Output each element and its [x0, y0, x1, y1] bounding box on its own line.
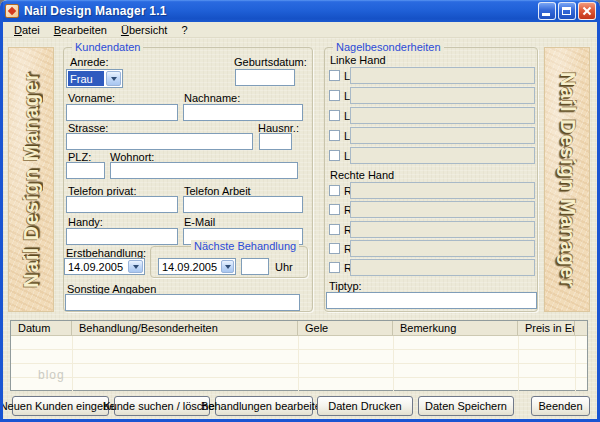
rechte-hand-label: Rechte Hand [330, 169, 394, 181]
anrede-label: Anrede: [70, 56, 109, 68]
maximize-button[interactable] [558, 2, 576, 20]
column-header-behandlung[interactable]: Behandlung/Besonderheiten [72, 321, 298, 335]
checkbox-l4[interactable] [329, 130, 340, 141]
geburtsdatum-label: Geburtsdatum: [234, 56, 307, 68]
l5-input[interactable] [350, 147, 535, 164]
checkbox-l1[interactable] [329, 70, 340, 81]
erstbehandlung-dropdown-arrow-icon[interactable] [128, 260, 143, 273]
neuen-kunden-eingeben-button[interactable]: Neuen Kunden eingeben [12, 396, 109, 416]
tiptyp-label: Tiptyp: [329, 280, 362, 292]
daten-speichern-button[interactable]: Daten Speichern [418, 396, 514, 416]
table-column-divider [298, 336, 299, 391]
naechste-behandlung-title: Nächste Behandlung [191, 240, 299, 252]
table-row-divider [11, 377, 587, 378]
kunde-suchen-loeschen-button[interactable]: Kunde suchen / löschen [114, 396, 210, 416]
l4-input[interactable] [350, 127, 535, 144]
r3-input[interactable] [350, 221, 535, 238]
email-label: E-Mail [184, 216, 215, 228]
group-kundendaten-title: Kundendaten [72, 41, 143, 53]
title-bar[interactable]: Nail Design Manager 1.1 [0, 0, 600, 22]
column-header-gele[interactable]: Gele [298, 321, 393, 335]
close-button[interactable] [578, 2, 596, 20]
minimize-button[interactable] [538, 2, 556, 20]
beenden-button[interactable]: Beenden [531, 396, 590, 416]
checkbox-r5[interactable] [329, 262, 340, 273]
app-window: Nail Design Manager 1.1 Datei Bearbeiten… [0, 0, 600, 422]
menu-bar: Datei Bearbeiten Übersicht ? [3, 22, 597, 38]
r2-input[interactable] [350, 201, 535, 218]
maximize-icon [562, 7, 571, 15]
telefon-privat-input[interactable] [66, 196, 178, 213]
behandlungen-bearbeiten-button[interactable]: Behandlungen bearbeiten [215, 396, 313, 416]
r5-input[interactable] [350, 259, 535, 276]
checkbox-r1[interactable] [329, 185, 340, 196]
erstbehandlung-value: 14.09.2005 [65, 259, 127, 274]
wohnort-input[interactable] [110, 162, 298, 179]
nachname-input[interactable] [183, 104, 303, 121]
linke-hand-label: Linke Hand [330, 54, 386, 66]
naechste-behandlung-dropdown-arrow-icon[interactable] [221, 260, 234, 273]
checkbox-r3[interactable] [329, 224, 340, 235]
uhrzeit-input[interactable] [241, 258, 269, 275]
menu-help[interactable]: ? [174, 23, 194, 37]
daten-drucken-button[interactable]: Daten Drucken [317, 396, 413, 416]
minimize-icon [542, 13, 550, 16]
l3-input[interactable] [350, 107, 535, 124]
checkbox-l5[interactable] [329, 150, 340, 161]
sonstige-angaben-input[interactable] [65, 294, 300, 311]
column-header-spacer [575, 321, 587, 335]
column-header-datum[interactable]: Datum [11, 321, 72, 335]
naechste-behandlung-datepicker[interactable]: 14.09.2005 [158, 258, 236, 275]
checkbox-l3[interactable] [329, 110, 340, 121]
table-row-divider [11, 349, 587, 350]
column-header-preis[interactable]: Preis in Euro [518, 321, 575, 335]
telefon-arbeit-input[interactable] [183, 196, 303, 213]
erstbehandlung-datepicker[interactable]: 14.09.2005 [64, 258, 145, 275]
treatments-table-header: Datum Behandlung/Besonderheiten Gele Bem… [11, 321, 587, 336]
anrede-selected-value: Frau [68, 71, 104, 86]
table-row-divider [11, 363, 587, 364]
watermark-text: blog [38, 368, 65, 382]
table-column-divider [575, 336, 576, 391]
banner-left-text: Nail Design Manager [20, 72, 43, 288]
plz-input[interactable] [66, 162, 105, 179]
column-header-bemerkung[interactable]: Bemerkung [393, 321, 518, 335]
hausnr-input[interactable] [259, 133, 292, 150]
app-icon[interactable] [5, 4, 19, 18]
strasse-input[interactable] [66, 133, 253, 150]
handy-label: Handy: [68, 216, 103, 228]
handy-input[interactable] [66, 228, 178, 245]
treatments-table: Datum Behandlung/Besonderheiten Gele Bem… [10, 320, 588, 391]
uhr-label: Uhr [275, 261, 293, 273]
anrede-combobox[interactable]: Frau [66, 69, 123, 88]
l1-input[interactable] [350, 67, 535, 84]
vorname-label: Vorname: [68, 92, 115, 104]
checkbox-r2[interactable] [329, 204, 340, 215]
nachname-label: Nachname: [184, 92, 240, 104]
banner-right: Nail Design Manager [544, 47, 590, 312]
menu-datei[interactable]: Datei [7, 23, 47, 37]
table-column-divider [72, 336, 73, 391]
tiptyp-input[interactable] [326, 292, 537, 309]
window-title: Nail Design Manager 1.1 [24, 4, 538, 18]
anrede-dropdown-arrow-icon[interactable] [106, 71, 121, 86]
menu-bearbeiten[interactable]: Bearbeiten [47, 23, 114, 37]
naechste-behandlung-value: 14.09.2005 [159, 259, 220, 274]
banner-left: Nail Design Manager [8, 47, 54, 312]
table-column-divider [393, 336, 394, 391]
geburtsdatum-input[interactable] [235, 69, 295, 86]
vorname-input[interactable] [66, 104, 178, 121]
checkbox-l2[interactable] [329, 90, 340, 101]
group-nagelbesonderheiten-title: Nagelbesonderheiten [333, 41, 444, 53]
l2-input[interactable] [350, 87, 535, 104]
r1-input[interactable] [350, 182, 535, 199]
table-column-divider [518, 336, 519, 391]
treatments-table-body[interactable]: blog [11, 336, 587, 391]
checkbox-r4[interactable] [329, 243, 340, 254]
menu-uebersicht[interactable]: Übersicht [114, 23, 174, 37]
r4-input[interactable] [350, 240, 535, 257]
banner-right-text: Nail Design Manager [556, 72, 579, 288]
